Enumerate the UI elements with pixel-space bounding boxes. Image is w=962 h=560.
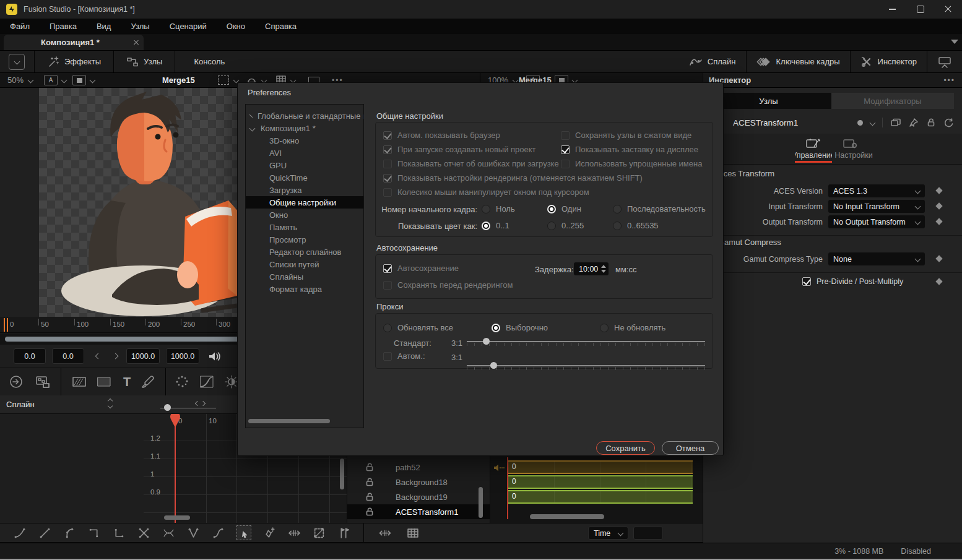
step-out-tool-icon[interactable] <box>113 527 126 540</box>
menu-view[interactable]: Вид <box>87 22 121 31</box>
spinner-down-icon[interactable] <box>601 270 606 273</box>
panel-chevron-button[interactable] <box>9 54 25 70</box>
gamut-type-dropdown[interactable]: None <box>828 252 925 265</box>
fit-horizontal-icon[interactable] <box>378 527 392 540</box>
tree-hscrollbar-thumb[interactable] <box>248 419 330 423</box>
smooth-tool-icon[interactable] <box>63 527 76 540</box>
step-forward-button[interactable] <box>109 354 121 358</box>
spline-vscrollbar-thumb[interactable] <box>340 459 344 489</box>
track-bar-green[interactable]: 0 <box>508 490 693 504</box>
proxy-auto-checkbox[interactable] <box>383 352 392 361</box>
settings-tab[interactable]: Настройки <box>833 151 874 161</box>
audio-mute-button[interactable] <box>208 350 222 363</box>
tree-item[interactable]: Редактор сплайнов <box>246 246 363 258</box>
proxy-update-all-radio[interactable] <box>383 324 392 332</box>
keyframe-row[interactable]: Background18 <box>347 475 490 489</box>
console-button[interactable]: Консоль <box>175 57 243 66</box>
aces-version-keyframe-icon[interactable] <box>935 187 942 194</box>
inspector-tab-modifiers[interactable]: Модификаторы <box>831 93 954 109</box>
tree-item[interactable]: GPU <box>246 159 363 171</box>
tree-item[interactable]: Память <box>246 221 363 233</box>
fastnoise-tool-icon[interactable] <box>96 375 112 389</box>
inspector-node-header[interactable]: ACESTransform1 <box>703 113 962 132</box>
autosave-checkbox[interactable] <box>383 264 392 273</box>
shape-box-tool-icon[interactable] <box>313 527 326 540</box>
time-flags-tool-icon[interactable] <box>337 527 350 540</box>
proxy-no-update-radio[interactable] <box>600 324 609 332</box>
paint-tool-icon[interactable] <box>141 374 157 389</box>
menu-nodes[interactable]: Узлы <box>121 22 159 31</box>
error-report-checkbox[interactable] <box>383 160 392 168</box>
reverse-tool-icon[interactable] <box>137 527 150 540</box>
output-transform-dropdown[interactable]: No Output Transform <box>828 215 925 228</box>
valley-tool-icon[interactable] <box>187 527 200 540</box>
tree-item[interactable]: Окно <box>246 209 363 221</box>
new-project-checkbox[interactable] <box>383 145 392 154</box>
menu-window[interactable]: Окно <box>217 22 255 31</box>
range-start-field[interactable]: 0.0 <box>14 348 46 364</box>
lock-icon[interactable] <box>365 462 375 472</box>
tree-item[interactable]: Просмотр <box>246 233 363 246</box>
pre-divide-checkbox[interactable] <box>802 277 811 286</box>
inspector-tab-nodes[interactable]: Узлы <box>706 93 831 109</box>
menu-file[interactable]: Файл <box>0 22 40 31</box>
color-255-radio[interactable] <box>547 222 556 230</box>
viewer-left-zoom-dropdown[interactable]: 50% <box>7 75 33 85</box>
auto-browser-checkbox[interactable] <box>383 131 392 140</box>
start-frame-zero-radio[interactable] <box>482 205 490 213</box>
spline-playhead[interactable] <box>175 414 176 523</box>
tree-item[interactable]: Списки путей <box>246 258 363 270</box>
viewer-left-buffer-dropdown[interactable] <box>72 75 95 85</box>
tree-item-globals[interactable]: Глобальные и стандартные н <box>246 110 363 122</box>
save-compressed-checkbox[interactable] <box>561 131 570 140</box>
settings-tab-icon[interactable] <box>843 137 859 151</box>
expanded-chevron-icon[interactable] <box>249 125 256 131</box>
collapsed-chevron-icon[interactable] <box>249 114 253 118</box>
color-65535-radio[interactable] <box>613 222 622 230</box>
menu-edit[interactable]: Правка <box>40 22 87 31</box>
text-tool-icon[interactable]: T <box>123 375 131 389</box>
spinner-up-icon[interactable] <box>601 265 606 268</box>
tree-item-selected[interactable]: Общие настройки <box>246 196 363 209</box>
range-end-field[interactable]: 1000.0 <box>126 348 160 364</box>
marquee-select-tool-active[interactable] <box>236 525 251 540</box>
close-button[interactable] <box>934 0 962 19</box>
tab-close-icon[interactable] <box>129 35 144 50</box>
tree-item-composition[interactable]: Композиция1 * <box>246 122 363 134</box>
presentation-button[interactable] <box>927 55 962 69</box>
keyframe-row-selected[interactable]: ACESTransform1 <box>347 504 490 519</box>
output-transform-keyframe-icon[interactable] <box>935 218 942 225</box>
proxy-selective-radio[interactable] <box>492 324 500 332</box>
viewer-left-roi-dropdown[interactable] <box>218 75 238 85</box>
insert-key-pen-tool-icon[interactable] <box>263 527 276 540</box>
keyframe-row[interactable]: Background19 <box>347 489 490 504</box>
keyframes-hscrollbar-thumb[interactable] <box>530 514 604 519</box>
tree-item[interactable]: QuickTime <box>246 171 363 184</box>
minimize-button[interactable] <box>878 0 906 19</box>
pre-divide-keyframe-icon[interactable] <box>935 278 942 285</box>
input-transform-dropdown[interactable]: No Input Transform <box>828 200 925 213</box>
spline-hscrollbar-thumb[interactable] <box>164 515 190 520</box>
inspector-view-button[interactable]: Инспектор <box>851 56 927 68</box>
effects-button[interactable]: Эффекты <box>35 56 113 68</box>
pin-icon[interactable] <box>909 118 919 127</box>
reset-icon[interactable] <box>943 118 954 128</box>
color-01-radio[interactable] <box>482 222 490 230</box>
time-stretch-tool-icon[interactable] <box>288 527 301 540</box>
lock-icon[interactable] <box>365 492 375 502</box>
node-color-dropdown-icon[interactable] <box>870 119 876 126</box>
tree-item[interactable]: Формат кадра <box>246 283 363 295</box>
colorcurves-tool-icon[interactable] <box>199 375 214 389</box>
cancel-button[interactable]: Отмена <box>662 441 719 455</box>
show-splash-checkbox[interactable] <box>561 145 570 154</box>
tree-item[interactable]: Загрузка <box>246 184 363 196</box>
proxy-auto-slider[interactable] <box>467 361 705 371</box>
track-bar-orange[interactable]: 0 <box>508 460 693 474</box>
lock-icon[interactable] <box>365 507 375 517</box>
spreadsheet-icon[interactable] <box>406 527 420 540</box>
proxy-standard-slider[interactable] <box>467 337 705 347</box>
controls-tab-icon[interactable] <box>805 137 821 151</box>
start-frame-one-radio[interactable] <box>547 205 556 213</box>
background-tool-icon[interactable] <box>71 375 87 389</box>
gamut-type-keyframe-icon[interactable] <box>935 255 942 262</box>
